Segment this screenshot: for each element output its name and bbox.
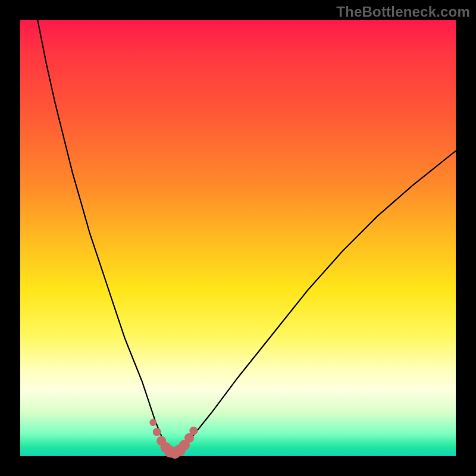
curve-marker [153,428,161,436]
chart-frame: TheBottleneck.com [0,0,476,476]
curve-marker [149,419,156,426]
curve-marker [189,427,198,435]
bottleneck-curve [37,20,456,453]
curve-svg [20,20,456,456]
plot-area [20,20,456,456]
watermark-text: TheBottleneck.com [336,4,470,20]
